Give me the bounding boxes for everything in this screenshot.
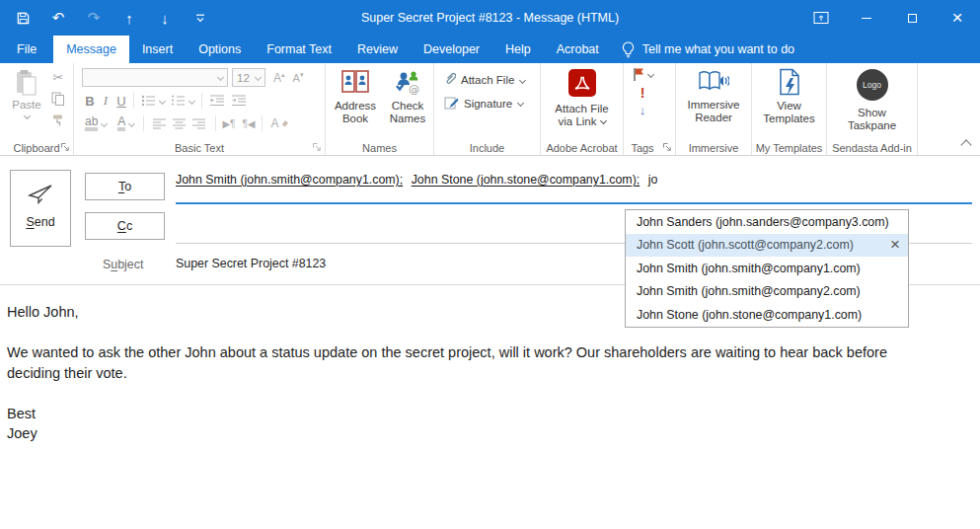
tab-developer[interactable]: Developer	[411, 36, 492, 63]
decrease-indent-icon[interactable]	[209, 95, 225, 107]
adobe-pdf-icon	[568, 69, 596, 97]
right-to-left-icon[interactable]: ¶◀	[242, 118, 255, 129]
body-line	[7, 383, 966, 404]
align-center-icon[interactable]	[173, 118, 187, 129]
lightbulb-icon	[622, 41, 635, 58]
collapse-ribbon-icon[interactable]	[960, 139, 971, 150]
group-label-adobe: Adobe Acrobat	[541, 142, 623, 154]
tab-options[interactable]: Options	[186, 36, 254, 63]
group-clipboard: Paste ✂ Clipboard	[0, 63, 74, 155]
body-line: Best	[7, 404, 966, 424]
underline-icon[interactable]: U	[113, 94, 129, 109]
numbered-list-icon[interactable]	[171, 95, 194, 107]
to-button[interactable]: To	[85, 173, 165, 200]
view-templates-button[interactable]: View Templates	[752, 68, 826, 125]
address-book-label: Address Book	[330, 100, 381, 125]
font-size-combobox[interactable]: 12	[232, 68, 265, 87]
ribbon: Paste ✂ Clipboard 12 A▴ A▾	[0, 63, 980, 156]
autocomplete-item[interactable]: John Stone (john.stone@company1.com)	[626, 303, 908, 327]
align-right-icon[interactable]	[192, 118, 206, 129]
body-line: Joey	[7, 423, 966, 444]
tab-insert[interactable]: Insert	[129, 36, 186, 63]
tags-dialog-launcher-icon[interactable]	[662, 142, 672, 152]
group-label-my-templates: My Templates	[752, 142, 826, 154]
high-importance-icon[interactable]: !	[641, 86, 645, 100]
attach-file-button[interactable]: Attach File	[444, 72, 525, 88]
left-to-right-icon[interactable]: ▶¶	[222, 118, 235, 129]
group-adobe-acrobat: Attach File via Link Adobe Acrobat	[541, 63, 624, 155]
group-label-names: Names	[326, 142, 433, 154]
close-button[interactable]: ×	[935, 0, 980, 36]
clipboard-dialog-launcher-icon[interactable]	[60, 142, 70, 152]
bold-icon[interactable]: B	[82, 94, 98, 109]
ribbon-display-options-icon[interactable]	[798, 0, 844, 36]
minimize-button[interactable]	[844, 0, 889, 36]
maximize-button[interactable]	[889, 0, 935, 36]
next-item-icon[interactable]: ↓	[156, 9, 174, 27]
grow-font-icon[interactable]: A▴	[273, 71, 285, 85]
format-painter-icon[interactable]	[49, 113, 67, 128]
immersive-reader-button[interactable]: Immersive Reader	[676, 70, 751, 124]
autocomplete-item[interactable]: John Sanders (john.sanders@company3.com)	[626, 210, 908, 234]
tab-format-text[interactable]: Format Text	[254, 36, 344, 63]
group-label-include: Include	[434, 142, 540, 154]
subject-label: Subject	[103, 258, 143, 271]
cc-button[interactable]: Cc	[85, 212, 165, 240]
to-recipient[interactable]: John Smith (john.smith@company1.com);	[176, 173, 403, 187]
signature-button[interactable]: Signature	[444, 96, 523, 111]
check-names-button[interactable]: @ Check Names	[385, 69, 430, 125]
group-label-basic-text: Basic Text	[74, 142, 325, 154]
autocomplete-item[interactable]: John Smith (john.smith@company1.com)	[626, 257, 908, 280]
tab-review[interactable]: Review	[344, 36, 411, 63]
address-book-button[interactable]: Address Book	[330, 69, 381, 125]
align-left-icon[interactable]	[153, 118, 167, 129]
tell-me-label: Tell me what you want to do	[642, 42, 794, 56]
group-basic-text: 12 A▴ A▾ B I U	[74, 63, 326, 155]
ribbon-filler	[918, 63, 980, 155]
send-label: Send	[11, 215, 70, 229]
clear-formatting-icon[interactable]: A	[271, 116, 289, 130]
send-button[interactable]: Send	[10, 170, 71, 247]
basic-text-dialog-launcher-icon[interactable]	[312, 142, 322, 152]
italic-icon[interactable]: I	[98, 93, 113, 109]
show-taskpane-label: Show Taskpane	[842, 107, 903, 132]
group-label-sendasta: Sendasta Add-in	[827, 142, 917, 154]
tab-message[interactable]: Message	[53, 36, 129, 63]
to-field[interactable]: John Smith (john.smith@company1.com); Jo…	[176, 173, 657, 187]
low-importance-icon[interactable]: ↓	[640, 104, 646, 117]
shrink-font-icon[interactable]: A▾	[293, 71, 304, 84]
font-name-combobox[interactable]	[82, 68, 228, 87]
subject-field[interactable]: Super Secret Project #8123	[176, 257, 326, 270]
remove-suggestion-icon[interactable]: ×	[890, 237, 900, 253]
tab-help[interactable]: Help	[492, 36, 544, 63]
view-templates-label: View Templates	[759, 100, 820, 125]
paste-icon	[15, 69, 38, 97]
customize-qat-icon[interactable]	[191, 9, 209, 27]
show-taskpane-button[interactable]: Logo Show Taskpane	[827, 69, 917, 132]
increase-indent-icon[interactable]	[231, 95, 247, 107]
copy-icon[interactable]	[49, 91, 67, 107]
to-recipient[interactable]: John Stone (john.stone@company1.com);	[412, 173, 641, 187]
follow-up-flag-icon[interactable]	[633, 67, 653, 82]
attach-file-via-link-button[interactable]: Attach File via Link	[541, 69, 623, 128]
previous-item-icon[interactable]: ↑	[120, 9, 138, 27]
save-icon[interactable]	[14, 9, 32, 27]
font-color-icon[interactable]: A	[117, 116, 134, 131]
paste-button[interactable]: Paste	[6, 69, 47, 122]
autocomplete-item[interactable]: John Smith (john.smith@company2.com)	[626, 280, 908, 304]
tell-me-box[interactable]: Tell me what you want to do	[622, 36, 794, 63]
bullet-list-icon[interactable]	[141, 95, 165, 107]
text-highlight-icon[interactable]: ab	[85, 116, 107, 131]
attach-via-link-label: Attach File via Link	[550, 103, 615, 128]
paste-label: Paste	[6, 99, 47, 111]
sendasta-logo-icon: Logo	[857, 69, 888, 101]
undo-icon[interactable]: ↶	[49, 9, 67, 27]
redo-icon[interactable]: ↷	[85, 9, 103, 27]
group-my-templates: View Templates My Templates	[752, 63, 827, 155]
paperclip-icon	[444, 72, 456, 88]
cut-icon[interactable]: ✂	[49, 69, 67, 85]
tab-file[interactable]: File	[0, 36, 53, 63]
group-immersive: Immersive Reader Immersive	[676, 63, 752, 155]
tab-acrobat[interactable]: Acrobat	[544, 36, 612, 63]
autocomplete-item-selected[interactable]: John Scott (john.scott@company2.com) ×	[626, 234, 908, 258]
